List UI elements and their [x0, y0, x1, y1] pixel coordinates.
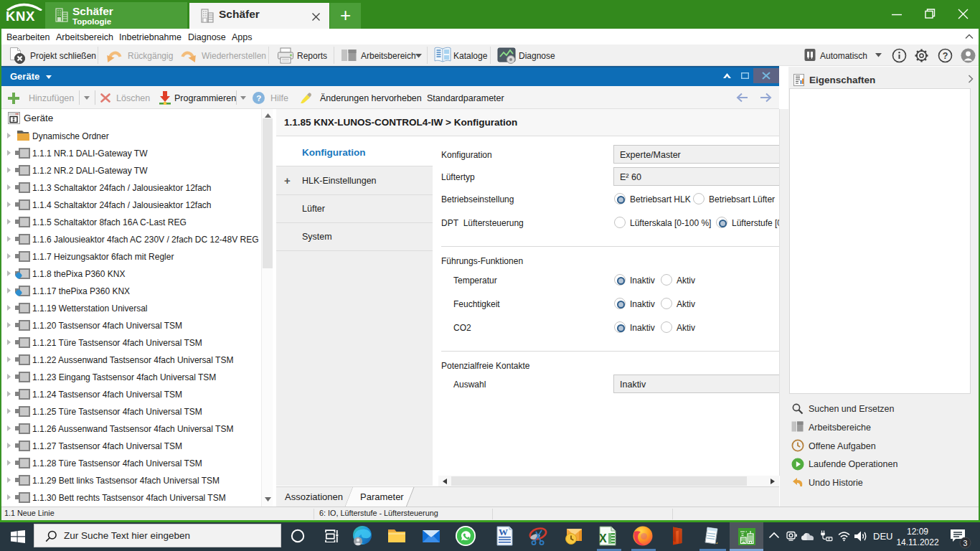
svg-text:?: ? [256, 94, 261, 103]
svg-text:?: ? [943, 51, 948, 61]
svg-text:W: W [499, 527, 508, 537]
svg-text:X: X [599, 532, 607, 545]
svg-text:3: 3 [963, 539, 968, 547]
